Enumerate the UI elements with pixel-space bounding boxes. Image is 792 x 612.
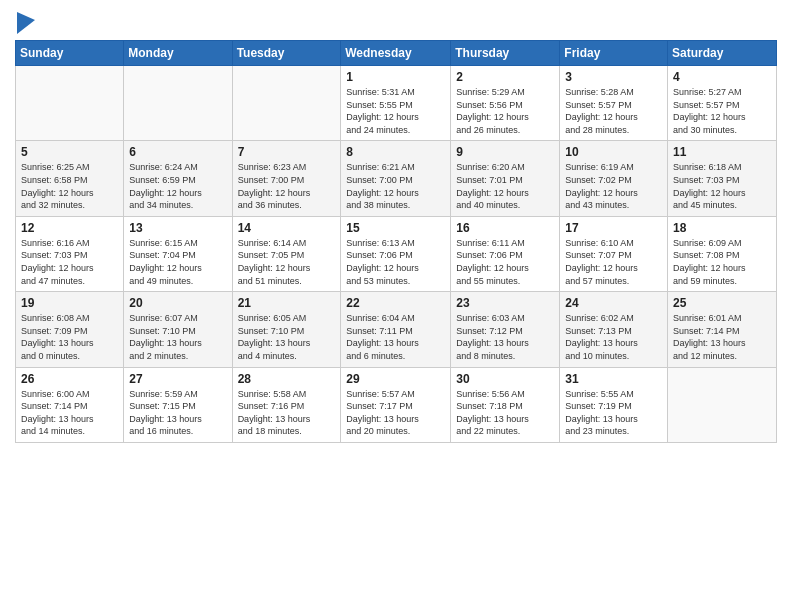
day-number: 7	[238, 145, 336, 159]
day-info: Sunrise: 6:05 AM Sunset: 7:10 PM Dayligh…	[238, 312, 336, 362]
day-number: 29	[346, 372, 445, 386]
weekday-header-tuesday: Tuesday	[232, 41, 341, 66]
calendar-week-row: 5Sunrise: 6:25 AM Sunset: 6:58 PM Daylig…	[16, 141, 777, 216]
day-number: 30	[456, 372, 554, 386]
day-info: Sunrise: 6:04 AM Sunset: 7:11 PM Dayligh…	[346, 312, 445, 362]
page: SundayMondayTuesdayWednesdayThursdayFrid…	[0, 0, 792, 458]
weekday-header-row: SundayMondayTuesdayWednesdayThursdayFrid…	[16, 41, 777, 66]
day-info: Sunrise: 6:00 AM Sunset: 7:14 PM Dayligh…	[21, 388, 118, 438]
calendar-cell: 8Sunrise: 6:21 AM Sunset: 7:00 PM Daylig…	[341, 141, 451, 216]
day-number: 9	[456, 145, 554, 159]
calendar-cell	[16, 66, 124, 141]
day-number: 1	[346, 70, 445, 84]
day-number: 14	[238, 221, 336, 235]
calendar-cell: 13Sunrise: 6:15 AM Sunset: 7:04 PM Dayli…	[124, 216, 232, 291]
calendar-cell: 9Sunrise: 6:20 AM Sunset: 7:01 PM Daylig…	[451, 141, 560, 216]
day-number: 13	[129, 221, 226, 235]
day-info: Sunrise: 6:07 AM Sunset: 7:10 PM Dayligh…	[129, 312, 226, 362]
day-info: Sunrise: 6:23 AM Sunset: 7:00 PM Dayligh…	[238, 161, 336, 211]
day-info: Sunrise: 6:15 AM Sunset: 7:04 PM Dayligh…	[129, 237, 226, 287]
calendar-week-row: 1Sunrise: 5:31 AM Sunset: 5:55 PM Daylig…	[16, 66, 777, 141]
calendar-cell: 20Sunrise: 6:07 AM Sunset: 7:10 PM Dayli…	[124, 292, 232, 367]
calendar-cell: 24Sunrise: 6:02 AM Sunset: 7:13 PM Dayli…	[560, 292, 668, 367]
calendar-week-row: 19Sunrise: 6:08 AM Sunset: 7:09 PM Dayli…	[16, 292, 777, 367]
calendar-cell: 18Sunrise: 6:09 AM Sunset: 7:08 PM Dayli…	[668, 216, 777, 291]
day-info: Sunrise: 5:57 AM Sunset: 7:17 PM Dayligh…	[346, 388, 445, 438]
calendar-cell: 31Sunrise: 5:55 AM Sunset: 7:19 PM Dayli…	[560, 367, 668, 442]
day-info: Sunrise: 6:20 AM Sunset: 7:01 PM Dayligh…	[456, 161, 554, 211]
weekday-header-wednesday: Wednesday	[341, 41, 451, 66]
day-number: 26	[21, 372, 118, 386]
calendar-cell	[668, 367, 777, 442]
day-number: 20	[129, 296, 226, 310]
calendar-cell: 29Sunrise: 5:57 AM Sunset: 7:17 PM Dayli…	[341, 367, 451, 442]
day-number: 12	[21, 221, 118, 235]
day-info: Sunrise: 5:58 AM Sunset: 7:16 PM Dayligh…	[238, 388, 336, 438]
day-number: 17	[565, 221, 662, 235]
day-info: Sunrise: 6:25 AM Sunset: 6:58 PM Dayligh…	[21, 161, 118, 211]
day-number: 10	[565, 145, 662, 159]
calendar-cell: 5Sunrise: 6:25 AM Sunset: 6:58 PM Daylig…	[16, 141, 124, 216]
calendar-cell: 25Sunrise: 6:01 AM Sunset: 7:14 PM Dayli…	[668, 292, 777, 367]
day-info: Sunrise: 6:08 AM Sunset: 7:09 PM Dayligh…	[21, 312, 118, 362]
calendar-cell: 21Sunrise: 6:05 AM Sunset: 7:10 PM Dayli…	[232, 292, 341, 367]
calendar-cell: 19Sunrise: 6:08 AM Sunset: 7:09 PM Dayli…	[16, 292, 124, 367]
day-number: 27	[129, 372, 226, 386]
calendar-week-row: 26Sunrise: 6:00 AM Sunset: 7:14 PM Dayli…	[16, 367, 777, 442]
day-number: 19	[21, 296, 118, 310]
calendar-cell: 30Sunrise: 5:56 AM Sunset: 7:18 PM Dayli…	[451, 367, 560, 442]
day-info: Sunrise: 6:11 AM Sunset: 7:06 PM Dayligh…	[456, 237, 554, 287]
day-info: Sunrise: 6:01 AM Sunset: 7:14 PM Dayligh…	[673, 312, 771, 362]
calendar-cell: 23Sunrise: 6:03 AM Sunset: 7:12 PM Dayli…	[451, 292, 560, 367]
calendar-cell: 12Sunrise: 6:16 AM Sunset: 7:03 PM Dayli…	[16, 216, 124, 291]
day-number: 11	[673, 145, 771, 159]
logo-icon	[17, 12, 35, 34]
calendar-cell: 6Sunrise: 6:24 AM Sunset: 6:59 PM Daylig…	[124, 141, 232, 216]
logo	[15, 14, 35, 34]
day-info: Sunrise: 6:13 AM Sunset: 7:06 PM Dayligh…	[346, 237, 445, 287]
calendar-cell: 7Sunrise: 6:23 AM Sunset: 7:00 PM Daylig…	[232, 141, 341, 216]
day-info: Sunrise: 5:27 AM Sunset: 5:57 PM Dayligh…	[673, 86, 771, 136]
day-info: Sunrise: 6:03 AM Sunset: 7:12 PM Dayligh…	[456, 312, 554, 362]
day-info: Sunrise: 5:28 AM Sunset: 5:57 PM Dayligh…	[565, 86, 662, 136]
calendar-cell: 14Sunrise: 6:14 AM Sunset: 7:05 PM Dayli…	[232, 216, 341, 291]
day-info: Sunrise: 5:29 AM Sunset: 5:56 PM Dayligh…	[456, 86, 554, 136]
calendar-cell: 1Sunrise: 5:31 AM Sunset: 5:55 PM Daylig…	[341, 66, 451, 141]
calendar-week-row: 12Sunrise: 6:16 AM Sunset: 7:03 PM Dayli…	[16, 216, 777, 291]
calendar-cell: 22Sunrise: 6:04 AM Sunset: 7:11 PM Dayli…	[341, 292, 451, 367]
day-info: Sunrise: 5:59 AM Sunset: 7:15 PM Dayligh…	[129, 388, 226, 438]
calendar-cell	[124, 66, 232, 141]
day-number: 24	[565, 296, 662, 310]
calendar-cell: 4Sunrise: 5:27 AM Sunset: 5:57 PM Daylig…	[668, 66, 777, 141]
day-number: 21	[238, 296, 336, 310]
day-number: 18	[673, 221, 771, 235]
calendar-table: SundayMondayTuesdayWednesdayThursdayFrid…	[15, 40, 777, 443]
day-number: 15	[346, 221, 445, 235]
day-number: 4	[673, 70, 771, 84]
svg-marker-0	[17, 12, 35, 34]
day-number: 16	[456, 221, 554, 235]
calendar-cell: 26Sunrise: 6:00 AM Sunset: 7:14 PM Dayli…	[16, 367, 124, 442]
day-info: Sunrise: 6:09 AM Sunset: 7:08 PM Dayligh…	[673, 237, 771, 287]
day-info: Sunrise: 6:16 AM Sunset: 7:03 PM Dayligh…	[21, 237, 118, 287]
calendar-cell: 3Sunrise: 5:28 AM Sunset: 5:57 PM Daylig…	[560, 66, 668, 141]
weekday-header-friday: Friday	[560, 41, 668, 66]
day-info: Sunrise: 6:02 AM Sunset: 7:13 PM Dayligh…	[565, 312, 662, 362]
day-number: 5	[21, 145, 118, 159]
calendar-cell: 11Sunrise: 6:18 AM Sunset: 7:03 PM Dayli…	[668, 141, 777, 216]
day-info: Sunrise: 6:24 AM Sunset: 6:59 PM Dayligh…	[129, 161, 226, 211]
day-number: 31	[565, 372, 662, 386]
calendar-cell	[232, 66, 341, 141]
day-info: Sunrise: 6:10 AM Sunset: 7:07 PM Dayligh…	[565, 237, 662, 287]
day-number: 6	[129, 145, 226, 159]
day-info: Sunrise: 6:14 AM Sunset: 7:05 PM Dayligh…	[238, 237, 336, 287]
day-number: 23	[456, 296, 554, 310]
day-number: 28	[238, 372, 336, 386]
weekday-header-monday: Monday	[124, 41, 232, 66]
header	[15, 10, 777, 34]
day-number: 2	[456, 70, 554, 84]
calendar-cell: 15Sunrise: 6:13 AM Sunset: 7:06 PM Dayli…	[341, 216, 451, 291]
weekday-header-thursday: Thursday	[451, 41, 560, 66]
day-number: 8	[346, 145, 445, 159]
calendar-cell: 28Sunrise: 5:58 AM Sunset: 7:16 PM Dayli…	[232, 367, 341, 442]
